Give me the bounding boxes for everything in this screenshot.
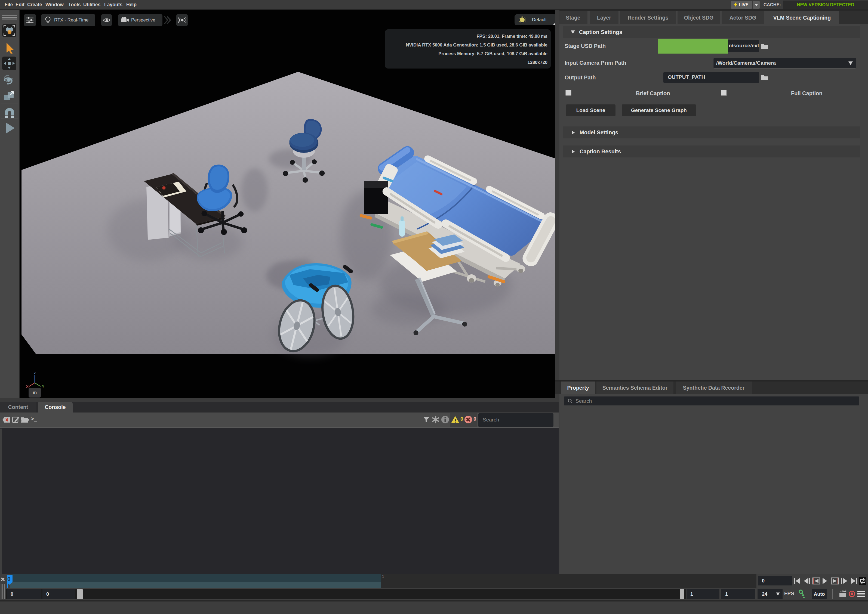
svg-text:0: 0 bbox=[7, 576, 11, 582]
svg-text:Y: Y bbox=[42, 385, 44, 389]
svg-text:X: X bbox=[26, 385, 29, 389]
svg-text:Z: Z bbox=[34, 371, 36, 375]
